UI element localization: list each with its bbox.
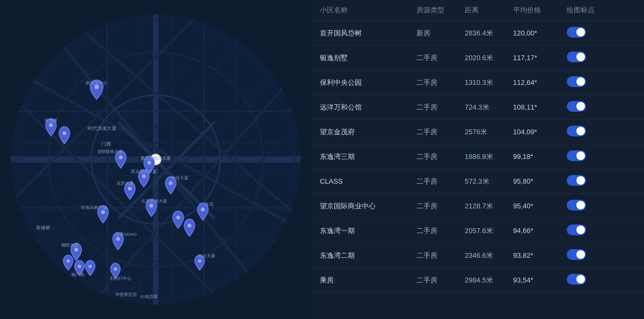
- cell-type: 二手房: [416, 103, 465, 112]
- svg-point-43: [128, 187, 132, 191]
- svg-text:蛋疏中心: 蛋疏中心: [67, 290, 84, 295]
- toggle-switch[interactable]: [567, 249, 586, 260]
- cell-price: 112,64*: [513, 78, 567, 86]
- toggle-switch[interactable]: [567, 27, 586, 38]
- table-row: 首开国风岱树 新房 2836.4米 120,00*: [311, 21, 644, 46]
- header-name: 小区名称: [320, 5, 416, 15]
- table-row: 望京金茂府 二手房 2576米 104,09*: [311, 120, 644, 144]
- svg-point-60: [78, 265, 81, 268]
- toggle-switch[interactable]: [567, 52, 586, 62]
- svg-text:五花: 五花: [205, 202, 214, 207]
- table-row: 东逸湾二期 二手房 2346.6米 93,82*: [311, 243, 644, 268]
- cell-toggle[interactable]: [567, 175, 615, 187]
- header-toggle: 绘图标点: [567, 5, 615, 15]
- cell-name: 东逸湾二期: [320, 251, 416, 260]
- cell-price: 95,80*: [513, 177, 567, 185]
- cell-type: 二手房: [416, 127, 465, 137]
- toggle-switch[interactable]: [567, 274, 586, 285]
- cell-toggle[interactable]: [567, 76, 615, 89]
- svg-text:中经大厦: 中经大厦: [171, 176, 188, 180]
- svg-text:航拍采中心: 航拍采中心: [86, 81, 107, 85]
- cell-distance: 1886.8米: [465, 152, 513, 162]
- table-row: 远洋万和公馆 二手房 724.3米 108,11*: [311, 95, 644, 120]
- map-circle: 航拍采中心 装饰桥 启明装饰大厦: [11, 15, 301, 305]
- table-row: 银逸别墅 二手房 2020.6米 117,17*: [311, 46, 644, 70]
- cell-type: 新房: [416, 28, 465, 38]
- cell-toggle[interactable]: [567, 274, 615, 286]
- cell-name: 东逸湾三期: [320, 152, 416, 162]
- cell-distance: 2984.5米: [465, 276, 513, 285]
- svg-point-47: [150, 204, 153, 208]
- svg-point-34: [49, 124, 53, 127]
- cell-price: 94,66*: [513, 227, 567, 235]
- table-row: 乘房 二手房 2984.5米 93,54*: [311, 268, 644, 293]
- cell-distance: 1310.3米: [465, 78, 513, 88]
- cell-name: 乘房: [320, 276, 416, 285]
- svg-point-57: [75, 248, 78, 252]
- cell-name: 首开国风岱树: [320, 28, 416, 38]
- map-section: 航拍采中心 装饰桥 启明装饰大厦: [0, 0, 311, 319]
- cell-toggle[interactable]: [567, 126, 615, 138]
- svg-point-50: [188, 224, 192, 228]
- cell-type: 二手房: [416, 177, 465, 186]
- toggle-switch[interactable]: [567, 101, 586, 112]
- svg-point-32: [94, 85, 99, 89]
- svg-text:时代浪漫大厦: 时代浪漫大厦: [87, 126, 116, 131]
- svg-text:运景SOHO: 运景SOHO: [115, 232, 137, 237]
- toggle-switch[interactable]: [567, 150, 586, 161]
- svg-point-55: [116, 237, 120, 241]
- cell-type: 二手房: [416, 78, 465, 88]
- cell-type: 二手房: [416, 53, 465, 63]
- svg-point-51: [201, 208, 205, 212]
- table-row: CLASS 二手房 572.3米 95,80*: [311, 169, 644, 194]
- cell-type: 二手房: [416, 276, 465, 285]
- cell-toggle[interactable]: [567, 224, 615, 237]
- cell-type: 二手房: [416, 251, 465, 260]
- table-section: 小区名称 房源类型 距离 平均价格 绘图标点 首开国风岱树 新房 2836.4米…: [311, 0, 644, 319]
- svg-text:启明装饰大厦: 启明装饰大厦: [97, 149, 123, 154]
- cell-type: 二手房: [416, 152, 465, 162]
- header-distance: 距离: [465, 5, 513, 15]
- cell-toggle[interactable]: [567, 101, 615, 113]
- cell-distance: 2128.7米: [465, 201, 513, 211]
- svg-text:装饰桥: 装饰桥: [45, 118, 57, 123]
- svg-text:合众大厦: 合众大厦: [198, 253, 215, 258]
- cell-distance: 2346.6米: [465, 251, 513, 260]
- cell-name: 远洋万和公馆: [320, 103, 416, 112]
- cell-toggle[interactable]: [567, 249, 615, 262]
- cell-name: 望京国际商业中心: [320, 201, 416, 211]
- header-price: 平均价格: [513, 5, 567, 15]
- svg-text:侧阳大厦: 侧阳大厦: [61, 243, 78, 248]
- svg-line-25: [11, 15, 38, 41]
- cell-name: CLASS: [320, 177, 416, 185]
- svg-text:01地宫楼: 01地宫楼: [141, 294, 158, 299]
- svg-text:利程行中心: 利程行中心: [110, 276, 131, 281]
- toggle-switch[interactable]: [567, 175, 586, 186]
- cell-price: 108,11*: [513, 103, 567, 111]
- header-type: 房源类型: [416, 5, 465, 15]
- cell-toggle[interactable]: [567, 200, 615, 212]
- table-body: 首开国风岱树 新房 2836.4米 120,00* 银逸别墅 二手房 2020.…: [311, 21, 644, 293]
- map-svg: 航拍采中心 装饰桥 启明装饰大厦: [11, 15, 301, 305]
- cell-toggle[interactable]: [567, 150, 615, 163]
- cell-name: 银逸别墅: [320, 53, 416, 63]
- toggle-switch[interactable]: [567, 224, 586, 235]
- svg-point-37: [119, 156, 123, 160]
- cell-type: 二手房: [416, 226, 465, 236]
- cell-toggle[interactable]: [567, 52, 615, 64]
- table-row: 东逸湾三期 二手房 1886.8米 99,18*: [311, 144, 644, 169]
- cell-price: 99,18*: [513, 153, 567, 161]
- cell-price: 120,00*: [513, 29, 567, 37]
- svg-point-45: [169, 182, 173, 185]
- cell-toggle[interactable]: [567, 27, 615, 39]
- cell-price: 93,54*: [513, 276, 567, 284]
- table-row: 望京国际商业中心 二手房 2128.7米 95,40*: [311, 194, 644, 219]
- cell-price: 93,82*: [513, 251, 567, 259]
- toggle-switch[interactable]: [567, 76, 586, 87]
- cell-price: 117,17*: [513, 54, 567, 62]
- toggle-switch[interactable]: [567, 126, 586, 136]
- toggle-switch[interactable]: [567, 200, 586, 211]
- svg-point-36: [63, 132, 67, 135]
- cell-distance: 2576米: [465, 127, 513, 137]
- svg-point-41: [142, 175, 146, 178]
